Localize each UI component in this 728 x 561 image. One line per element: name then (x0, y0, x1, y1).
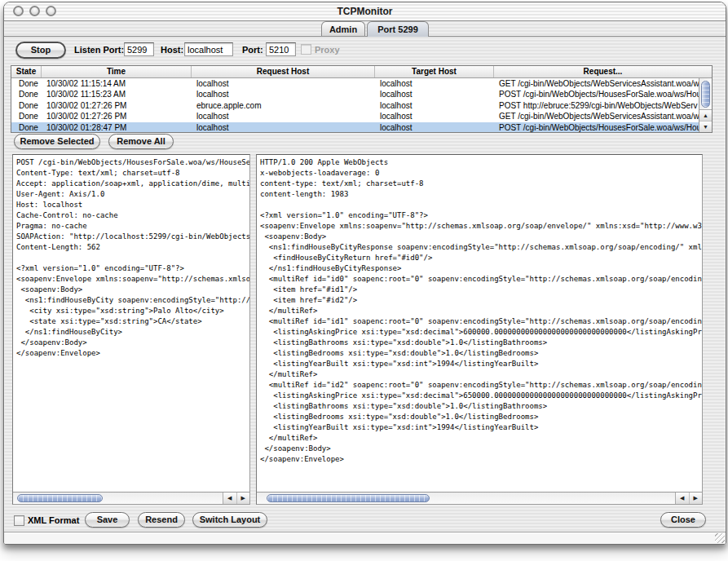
code-line: Content-Type: text/xml; charset=utf-8 (16, 168, 249, 179)
column-header[interactable]: Request... (494, 66, 712, 77)
tab-port-5299[interactable]: Port 5299 (367, 21, 429, 37)
cell-target-host: localhost (375, 122, 494, 133)
save-button[interactable]: Save (85, 512, 130, 528)
cell-time: 10/30/02 11:15:14 AM (42, 78, 192, 89)
table-row[interactable]: Done 10/30/02 11:15:14 AM localhost loca… (11, 78, 699, 89)
code-line: Cache-Control: no-cache (16, 210, 249, 221)
cell-time: 10/30/02 01:27:26 PM (42, 100, 192, 111)
requests-table: StateTimeRequest HostTarget HostRequest.… (11, 65, 713, 133)
response-pane-text[interactable]: HTTP/1.0 200 Apple WebObjectsx-webobject… (257, 155, 702, 492)
cell-target-host: localhost (375, 89, 494, 99)
code-line: </multiRef> (260, 369, 702, 380)
h-scroll-arrows: ◀ ▶ (223, 493, 249, 504)
code-line: <listingAskingPrice xsi:type="xsd:decima… (260, 391, 702, 401)
table-row[interactable]: Done 10/30/02 01:27:26 PM localhost loca… (11, 111, 699, 121)
h-scroll-arrows: ◀ ▶ (675, 493, 702, 504)
request-pane[interactable]: POST /cgi-bin/WebObjects/HousesForSale.w… (12, 154, 250, 505)
code-line: HTTP/1.0 200 Apple WebObjects (260, 157, 702, 168)
cell-target-host: localhost (375, 100, 494, 111)
code-line: content-type: text/xml; charset=utf-8 (260, 179, 702, 189)
cell-request: POST /cgi-bin/WebObjects/HousesForSale.w… (494, 122, 699, 133)
remove-all-button[interactable]: Remove All (108, 134, 174, 149)
scroll-left-icon[interactable]: ◀ (676, 493, 689, 504)
scroll-right-icon[interactable]: ▶ (689, 493, 703, 504)
cell-time: 10/30/02 11:15:23 AM (42, 89, 192, 99)
code-line: <ns1:findHouseByCity soapenv:encodingSty… (16, 295, 249, 306)
table-row[interactable]: Done 10/30/02 01:27:26 PM ebruce.apple.c… (11, 100, 699, 111)
cell-request-host: localhost (192, 122, 375, 133)
code-line: <multiRef id="id1" soapenc:root="0" soap… (260, 316, 702, 327)
column-header[interactable]: Request Host (192, 66, 375, 77)
tcpmonitor-window: TCPMonitor Admin Port 5299 Stop Listen P… (3, 2, 726, 545)
h-scroll-thumb[interactable] (17, 494, 103, 502)
code-line: <multiRef id="id2" soapenc:root="0" soap… (260, 380, 702, 391)
code-line: </soapenv:Envelope> (260, 454, 702, 465)
xml-format-label: XML Format (28, 514, 79, 528)
listen-port-field[interactable] (124, 42, 154, 56)
scroll-right-icon[interactable]: ▶ (236, 493, 250, 504)
code-line: <soapenv:Body> (16, 285, 249, 295)
resend-button[interactable]: Resend (138, 512, 185, 528)
response-horizontal-scrollbar[interactable]: ◀ ▶ (257, 492, 702, 504)
code-line: Pragma: no-cache (16, 221, 249, 232)
cell-target-host: localhost (375, 78, 494, 89)
cell-request-host: localhost (192, 89, 375, 99)
table-row[interactable]: Done 10/30/02 11:15:23 AM localhost loca… (11, 89, 699, 99)
footer-bar: XML Format Save Resend Switch Layout Clo… (4, 510, 726, 532)
scroll-up-icon[interactable]: ▲ (699, 110, 712, 121)
v-scroll-arrows: ▲ ▼ (699, 109, 712, 132)
code-line: x-webobjects-loadaverage: 0 (260, 168, 702, 179)
scroll-down-icon[interactable]: ▼ (699, 121, 712, 132)
host-label: Host: (161, 43, 183, 57)
xml-format-checkbox[interactable] (14, 515, 24, 526)
code-line (260, 200, 702, 210)
close-button[interactable]: Close (660, 512, 706, 528)
resize-grip-icon[interactable] (715, 533, 725, 543)
table-vertical-scrollbar[interactable]: ▲ ▼ (699, 78, 712, 132)
code-line: <ns1:findHouseByCityResponse soapenv:enc… (260, 242, 702, 253)
h-scroll-track[interactable] (257, 493, 676, 504)
stop-button[interactable]: Stop (15, 42, 66, 59)
response-pane[interactable]: HTTP/1.0 200 Apple WebObjectsx-webobject… (256, 154, 703, 505)
cell-target-host: localhost (375, 111, 494, 121)
cell-time: 10/30/02 01:27:26 PM (42, 111, 192, 121)
code-line: <soapenv:Envelope xmlns:soapenv="http://… (260, 221, 702, 232)
switch-layout-button[interactable]: Switch Layout (192, 512, 267, 528)
code-line: <city xsi:type="xsd:string">Palo Alto</c… (16, 306, 249, 316)
scroll-left-icon[interactable]: ◀ (223, 493, 236, 504)
port-field[interactable] (266, 42, 296, 56)
code-line (16, 253, 249, 263)
v-scroll-thumb[interactable] (701, 81, 710, 108)
request-pane-text[interactable]: POST /cgi-bin/WebObjects/HousesForSale.w… (13, 155, 249, 492)
tab-strip-divider (4, 36, 726, 37)
code-line: content-length: 1983 (260, 189, 702, 200)
cell-request: POST http://ebruce:5299/cgi-bin/WebObjec… (494, 100, 699, 111)
code-line: </ns1:findHouseByCity> (16, 327, 249, 338)
column-header[interactable]: Target Host (375, 66, 494, 77)
code-line: <listingBathrooms xsi:type="xsd:double">… (260, 338, 702, 348)
code-line: <listingYearBuilt xsi:type="xsd:int">199… (260, 422, 702, 433)
title-bar[interactable]: TCPMonitor (4, 2, 726, 21)
code-line: </soapenv:Envelope> (16, 348, 249, 359)
code-line: <state xsi:type="xsd:string">CA</state> (16, 316, 249, 327)
cell-request-host: ebruce.apple.com (192, 100, 375, 111)
cell-request: POST /cgi-bin/WebObjects/HousesForSale.w… (494, 89, 699, 99)
tab-admin[interactable]: Admin (321, 21, 365, 36)
code-line: <listingAskingPrice xsi:type="xsd:decima… (260, 327, 702, 338)
column-header[interactable]: State (11, 66, 42, 77)
remove-selected-button[interactable]: Remove Selected (14, 134, 100, 149)
table-row[interactable]: Done 10/30/02 01:28:47 PM localhost loca… (11, 122, 699, 133)
column-header[interactable]: Time (42, 66, 192, 77)
request-horizontal-scrollbar[interactable]: ◀ ▶ (13, 492, 249, 504)
cell-state: Done (11, 78, 42, 89)
code-line: <soapenv:Envelope xmlns:soapenv="http://… (16, 274, 249, 285)
code-line: <listingYearBuilt xsi:type="xsd:int">199… (260, 359, 702, 369)
h-scroll-track[interactable] (13, 493, 223, 504)
code-line: <multiRef id="id0" soapenc:root="0" soap… (260, 274, 702, 285)
proxy-label: Proxy (315, 43, 340, 57)
code-line: POST /cgi-bin/WebObjects/HousesForSale.w… (16, 157, 249, 168)
h-scroll-thumb[interactable] (267, 494, 430, 502)
cell-state: Done (11, 122, 42, 133)
host-field[interactable] (184, 42, 233, 56)
code-line: </soapenv:Body> (16, 338, 249, 348)
